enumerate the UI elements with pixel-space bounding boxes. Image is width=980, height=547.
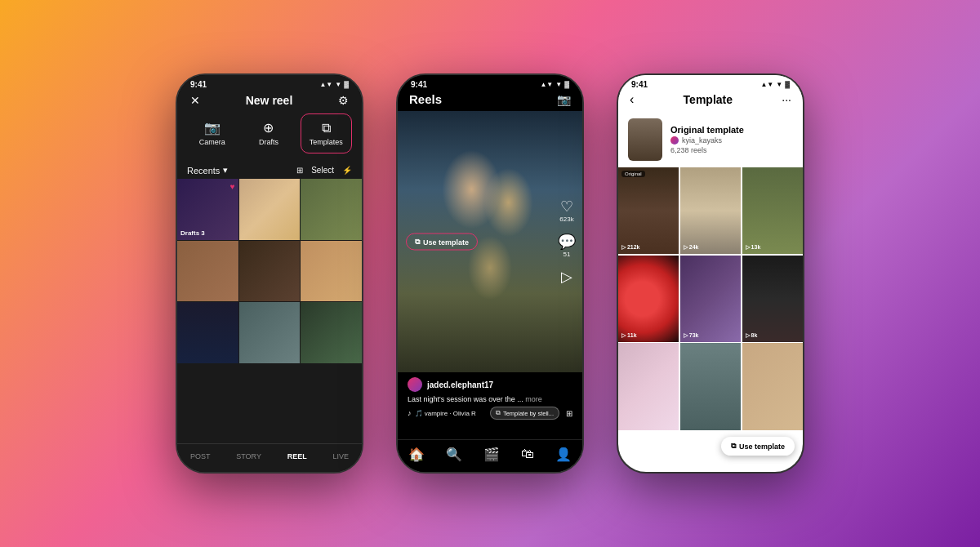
- phone3-time: 9:41: [631, 80, 648, 89]
- original-template-row: Original template kyia_kayaks 6,238 reel…: [618, 112, 803, 167]
- phone-new-reel: 9:41 ▲▼ ▼ ▓ ✕ New reel ⚙ 📷 Camera ⊕ Draf…: [176, 73, 363, 474]
- photo-cell-1[interactable]: ♥ Drafts 3: [177, 179, 238, 240]
- recents-left: Recents ▾: [187, 165, 228, 176]
- reels-video-area: ♡ 623k 💬 51 ▷ ⧉ Use template: [398, 111, 582, 372]
- use-template-label: Use template: [423, 238, 469, 246]
- phone1-status-icons: ▲▼ ▼ ▓: [319, 81, 349, 88]
- nav-reel[interactable]: REEL: [283, 451, 312, 462]
- template-grid-cell-8[interactable]: [680, 343, 741, 429]
- username[interactable]: jaded.elephant17: [427, 380, 493, 389]
- wifi-icon: ▼: [776, 81, 782, 88]
- chevron-down-icon[interactable]: ▾: [223, 165, 228, 176]
- heart-icon: ♥: [230, 182, 235, 191]
- tab-templates[interactable]: ⧉ Templates: [301, 113, 352, 153]
- nav-live[interactable]: LIVE: [328, 451, 354, 462]
- original-username[interactable]: kyia_kayaks: [682, 136, 722, 145]
- phone1-status-bar: 9:41 ▲▼ ▼ ▓: [177, 75, 362, 91]
- share-button[interactable]: ▷: [561, 268, 572, 286]
- back-button[interactable]: ‹: [630, 92, 634, 107]
- template-grid-cell-4[interactable]: ▷ 11k: [618, 256, 679, 342]
- use-template-button-3[interactable]: ⧉ Use template: [721, 437, 795, 456]
- tab-drafts-label: Drafts: [259, 138, 278, 146]
- nav-post[interactable]: POST: [185, 451, 216, 462]
- template-grid-cell-2[interactable]: ▷ 24k: [680, 167, 741, 254]
- template-grid-cell-1[interactable]: Original ▷ 212k: [618, 167, 679, 254]
- phone3-status-icons: ▲▼ ▼ ▓: [760, 81, 790, 88]
- template-header: ‹ Template ···: [618, 91, 803, 112]
- original-thumbnail: [628, 118, 662, 161]
- more-options-icon[interactable]: ⊞: [566, 409, 572, 418]
- nav-profile-icon[interactable]: 👤: [555, 447, 572, 462]
- photo-cell-9[interactable]: [301, 302, 362, 363]
- reels-header: Reels 📷: [398, 91, 582, 111]
- more-options-button[interactable]: ···: [782, 93, 791, 106]
- nav-reels-icon[interactable]: 🎬: [483, 447, 500, 462]
- template-grid-cell-9[interactable]: [742, 343, 803, 429]
- battery-icon: ▓: [785, 81, 790, 88]
- nav-search-icon[interactable]: 🔍: [446, 447, 462, 462]
- battery-icon: ▓: [564, 81, 569, 88]
- send-icon: ▷: [561, 268, 572, 286]
- photo-cell-7[interactable]: [177, 302, 238, 363]
- phone2-screen: 9:41 ▲▼ ▼ ▓ Reels 📷 ♡ 623k 💬: [398, 75, 582, 472]
- photo-cell-3[interactable]: [301, 179, 362, 240]
- like-count: 623k: [559, 216, 573, 223]
- comment-button[interactable]: 💬 51: [558, 233, 576, 258]
- camera-icon[interactable]: 📷: [557, 93, 571, 106]
- photo-cell-5[interactable]: [239, 241, 301, 302]
- right-actions: ♡ 623k 💬 51 ▷: [558, 198, 576, 286]
- phone-reels-feed: 9:41 ▲▼ ▼ ▓ Reels 📷 ♡ 623k 💬: [396, 73, 584, 474]
- comment-count: 51: [564, 251, 571, 258]
- signal-icon: ▲▼: [760, 81, 773, 88]
- play-count-3: ▷ 13k: [746, 244, 761, 251]
- template-grid-cell-5[interactable]: ▷ 73k: [680, 256, 741, 342]
- play-count-2: ▷ 24k: [684, 244, 699, 251]
- original-badge: Original: [621, 171, 645, 177]
- use-template-button[interactable]: ⧉ Use template: [406, 233, 478, 251]
- tab-camera-label: Camera: [199, 138, 225, 146]
- filter-icon[interactable]: ⚡: [342, 166, 352, 175]
- settings-icon[interactable]: ⚙: [338, 94, 349, 107]
- recents-right: ⊞ Select ⚡: [296, 166, 352, 175]
- more-label[interactable]: more: [525, 395, 542, 403]
- avatar: [408, 377, 422, 392]
- original-template-name: Original template: [670, 125, 744, 135]
- user-row: jaded.elephant17: [408, 377, 572, 392]
- grid-icon[interactable]: ⊞: [296, 166, 303, 175]
- nav-home-icon[interactable]: 🏠: [408, 447, 425, 462]
- nav-story[interactable]: STORY: [231, 451, 266, 462]
- template-tag[interactable]: ⧉ Template by stell...: [490, 407, 559, 420]
- photo-cell-2[interactable]: [239, 179, 301, 240]
- page-title: New reel: [246, 94, 293, 107]
- template-small-icon: ⧉: [496, 409, 501, 417]
- use-template-label-3: Use template: [739, 442, 785, 451]
- tab-drafts[interactable]: ⊕ Drafts: [243, 113, 293, 153]
- phone2-time: 9:41: [411, 80, 427, 89]
- play-count-4: ▷ 11k: [621, 332, 637, 339]
- avatar-small: [670, 136, 679, 145]
- reels-bottom-info: jaded.elephant17 Last night's session wa…: [398, 372, 582, 425]
- photo-cell-6[interactable]: [301, 241, 362, 302]
- template-grid-cell-6[interactable]: ▷ 8k: [742, 256, 803, 342]
- recents-bar: Recents ▾ ⊞ Select ⚡: [177, 162, 362, 179]
- phone1-time: 9:41: [190, 80, 207, 89]
- phone3-screen: 9:41 ▲▼ ▼ ▓ ‹ Template ··· Original temp…: [618, 75, 803, 472]
- photo-cell-4[interactable]: [177, 241, 238, 302]
- templates-icon: ⧉: [322, 121, 331, 136]
- like-button[interactable]: ♡ 623k: [559, 198, 573, 223]
- template-grid-cell-7[interactable]: [618, 343, 679, 429]
- reels-count: 6,238 reels: [670, 146, 744, 154]
- play-count-6: ▷ 8k: [746, 332, 758, 339]
- phone1-header: ✕ New reel ⚙: [177, 91, 362, 113]
- music-note-icon: ♪: [408, 409, 412, 417]
- tab-camera[interactable]: 📷 Camera: [187, 113, 237, 153]
- music-row: ♪ 🎵 vampire · Olivia R ⧉ Template by ste…: [408, 407, 572, 420]
- reels-title: Reels: [409, 92, 442, 106]
- template-grid-cell-3[interactable]: ▷ 13k: [742, 167, 803, 254]
- photo-grid: ♥ Drafts 3: [177, 179, 362, 363]
- nav-shop-icon[interactable]: 🛍: [521, 447, 534, 462]
- photo-cell-8[interactable]: [239, 302, 301, 363]
- close-icon[interactable]: ✕: [190, 94, 200, 107]
- select-label[interactable]: Select: [311, 166, 334, 175]
- caption: Last night's session was over the ... mo…: [408, 395, 572, 403]
